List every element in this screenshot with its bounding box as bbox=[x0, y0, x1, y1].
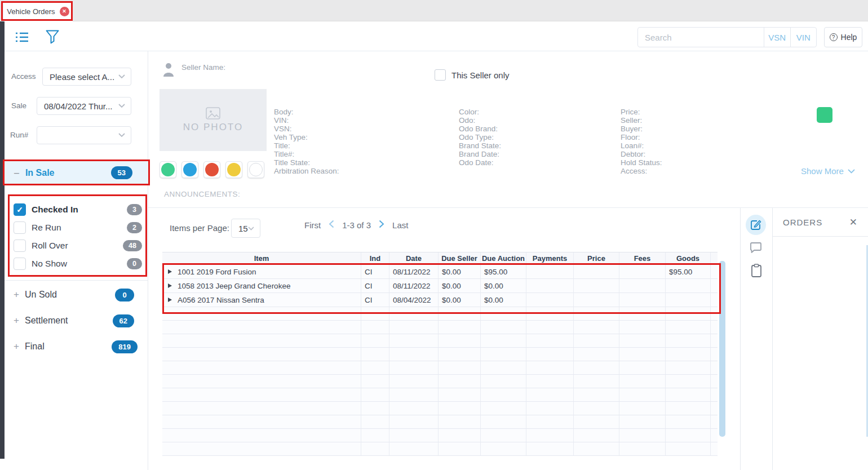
field-label: Veh Type: bbox=[274, 133, 339, 141]
status-checked-in[interactable]: Checked In 3 bbox=[14, 201, 142, 219]
list-view-icon[interactable] bbox=[15, 31, 29, 43]
help-label: Help bbox=[841, 33, 857, 42]
help-button[interactable]: ? Help bbox=[824, 27, 862, 47]
field-label: Odo Brand: bbox=[459, 125, 501, 133]
grid-scrollbar[interactable] bbox=[719, 261, 725, 437]
field-label: Title State: bbox=[274, 158, 339, 167]
col-header-pad bbox=[710, 252, 718, 264]
sale-select[interactable]: 08/04/2022 Thur... bbox=[37, 97, 131, 115]
table-row[interactable]: A056 2017 Nissan Sentra CI 08/04/2022 $0… bbox=[162, 293, 718, 307]
due-seller-cell: $0.00 bbox=[438, 293, 480, 307]
tab-vehicle-orders[interactable]: Vehicle Orders ✕ bbox=[3, 1, 73, 21]
re-run-checkbox[interactable] bbox=[14, 221, 26, 234]
pagination-next-icon[interactable] bbox=[379, 220, 384, 230]
no-show-checkbox[interactable] bbox=[14, 258, 26, 270]
roll-over-checkbox[interactable] bbox=[14, 240, 26, 252]
orders-panel-close-icon[interactable]: ✕ bbox=[849, 218, 857, 227]
col-header-fees[interactable]: Fees bbox=[619, 252, 665, 264]
status-roll-over[interactable]: Roll Over 48 bbox=[14, 237, 142, 255]
sidebar-item-un-sold[interactable]: + Un Sold 0 bbox=[14, 285, 142, 304]
field-label: VIN: bbox=[274, 116, 339, 125]
pagination: First 1-3 of 3 Last bbox=[304, 220, 408, 230]
comment-icon bbox=[750, 242, 762, 254]
pagination-last[interactable]: Last bbox=[392, 220, 408, 230]
sale-value: 08/04/2022 Thur... bbox=[44, 101, 113, 111]
payments-cell bbox=[526, 279, 573, 292]
col-header-goods[interactable]: Goods bbox=[665, 252, 710, 264]
expand-row-icon[interactable] bbox=[168, 269, 172, 274]
show-more-link[interactable]: Show More bbox=[801, 166, 855, 176]
green-light-button[interactable] bbox=[160, 161, 176, 178]
blue-light-button[interactable] bbox=[181, 161, 198, 178]
run-select[interactable] bbox=[37, 126, 131, 144]
field-label: Color: bbox=[459, 108, 501, 116]
expand-icon: + bbox=[14, 315, 25, 326]
field-label: Loan#: bbox=[621, 141, 662, 150]
chevron-down-icon bbox=[118, 104, 125, 108]
edit-order-button[interactable] bbox=[746, 215, 766, 235]
col-header-item[interactable]: Item bbox=[162, 252, 361, 264]
field-label: Debtor: bbox=[621, 150, 662, 158]
roll-over-count-badge: 48 bbox=[123, 240, 142, 251]
pagination-prev-icon[interactable] bbox=[329, 220, 334, 230]
col-header-date[interactable]: Date bbox=[389, 252, 438, 264]
vin-button[interactable]: VIN bbox=[790, 28, 817, 47]
white-light-button[interactable] bbox=[247, 161, 264, 178]
expand-row-icon[interactable] bbox=[168, 283, 172, 288]
color-swatch-row bbox=[160, 161, 264, 178]
expand-row-icon[interactable] bbox=[168, 298, 172, 302]
payments-cell bbox=[526, 293, 573, 307]
sale-label: Sale bbox=[11, 101, 26, 110]
chevron-down-icon bbox=[118, 74, 125, 79]
item-cell: 1058 2013 Jeep Grand Cherokee bbox=[178, 282, 290, 290]
red-light-button[interactable] bbox=[203, 161, 220, 178]
filter-icon[interactable] bbox=[45, 29, 60, 45]
sidebar-item-final[interactable]: + Final 819 bbox=[14, 337, 142, 356]
col-header-due-seller[interactable]: Due Seller bbox=[438, 252, 480, 264]
search-input[interactable] bbox=[638, 28, 764, 47]
chevron-down-icon bbox=[118, 133, 125, 138]
col-header-price[interactable]: Price bbox=[573, 252, 619, 264]
item-cell: A056 2017 Nissan Sentra bbox=[178, 296, 264, 304]
empty-table-row bbox=[162, 375, 718, 388]
field-label: Hold Status: bbox=[621, 158, 662, 167]
sidebar-item-settlement[interactable]: + Settlement 62 bbox=[14, 311, 142, 330]
app-window: Vehicle Orders ✕ VSN VIN ? Help Access P… bbox=[0, 0, 868, 470]
status-no-show[interactable]: No Show 0 bbox=[14, 255, 142, 273]
pagination-range: 1-3 of 3 bbox=[342, 220, 371, 230]
settlement-count-badge: 62 bbox=[113, 314, 134, 327]
table-row[interactable]: 1001 2019 Ford Fusion CI 08/11/2022 $0.0… bbox=[162, 265, 718, 279]
no-show-label: No Show bbox=[32, 259, 127, 269]
date-cell: 08/11/2022 bbox=[389, 265, 438, 278]
comments-button[interactable] bbox=[750, 242, 762, 254]
tab-close-icon[interactable]: ✕ bbox=[60, 7, 69, 16]
un-sold-label: Un Sold bbox=[25, 290, 115, 300]
checked-in-checkbox[interactable] bbox=[14, 203, 26, 216]
status-re-run[interactable]: Re Run 2 bbox=[14, 219, 142, 237]
col-header-ind[interactable]: Ind bbox=[361, 252, 389, 264]
empty-table-row bbox=[162, 307, 718, 321]
empty-table-row bbox=[162, 388, 718, 402]
vsn-button[interactable]: VSN bbox=[764, 28, 790, 47]
fees-cell bbox=[619, 279, 665, 292]
in-sale-label: In Sale bbox=[25, 168, 111, 178]
vehicle-photo-placeholder: NO PHOTO bbox=[160, 89, 267, 151]
this-seller-only-checkbox[interactable] bbox=[435, 69, 446, 81]
table-row[interactable]: 1058 2013 Jeep Grand Cherokee CI 08/11/2… bbox=[162, 279, 718, 293]
access-value: Please select A... bbox=[50, 72, 114, 82]
yellow-light-button[interactable] bbox=[225, 161, 242, 178]
clipboard-button[interactable] bbox=[751, 264, 761, 277]
sidebar-item-in-sale[interactable]: – In Sale 53 bbox=[5, 160, 148, 185]
access-select[interactable]: Please select A... bbox=[42, 68, 131, 86]
col-header-due-auction[interactable]: Due Auction bbox=[480, 252, 526, 264]
sidebar-divider bbox=[5, 280, 148, 281]
col-header-payments[interactable]: Payments bbox=[526, 252, 573, 264]
due-auction-cell: $0.00 bbox=[480, 293, 526, 307]
pagination-first[interactable]: First bbox=[304, 220, 321, 230]
collapse-icon: – bbox=[14, 168, 19, 178]
chevron-down-icon bbox=[248, 227, 254, 230]
expand-icon: + bbox=[14, 289, 25, 300]
empty-table-row bbox=[162, 348, 718, 361]
items-per-page-select[interactable]: 15 bbox=[231, 219, 260, 238]
empty-table-row bbox=[162, 402, 718, 415]
